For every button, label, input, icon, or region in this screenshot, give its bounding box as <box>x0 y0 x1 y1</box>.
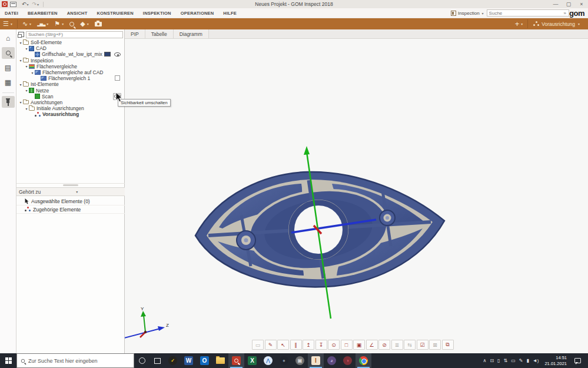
layout-select-tool[interactable]: ⧉ <box>442 340 454 350</box>
selected-elements-row[interactable]: Ausgewählte Elemente (0) <box>16 197 125 205</box>
taskbar-search[interactable]: Zur Suche Text hier eingeben <box>16 353 134 368</box>
alignment-selector[interactable]: Vorausrichtung ▾ <box>530 21 583 27</box>
tree-item[interactable]: ▾Initiale Ausrichtungen <box>16 105 125 111</box>
3d-viewport[interactable]: Y Z ▭✎↖∥↥↧⊙□▣∠⊘≣⇆☑⊠⧉ <box>125 39 588 353</box>
tree-item[interactable]: Griffschale_wt_low_ipt_mix <box>16 51 125 57</box>
element-label-tool[interactable]: ▭ <box>252 340 264 350</box>
expander-icon[interactable]: ▾ <box>18 58 23 62</box>
tree-item[interactable]: ▾CAD <box>16 45 125 51</box>
visibility-checkbox[interactable] <box>115 75 120 81</box>
table-grid-rail-button[interactable]: ▦ <box>2 77 15 88</box>
tray-language-icon[interactable]: ▮ <box>524 358 530 363</box>
menu-operationen[interactable]: OPERATIONEN <box>176 8 219 18</box>
global-search-input[interactable] <box>487 9 569 16</box>
tray-volume-icon[interactable]: ◄) <box>531 358 541 363</box>
menu-hilfe[interactable]: HILFE <box>218 8 241 18</box>
report-rail-button[interactable]: ▤ <box>2 62 15 74</box>
histogram-tool-button[interactable]: ▂▅▃▾ <box>34 18 51 29</box>
restore-button[interactable]: ▢ <box>562 1 575 7</box>
close-button[interactable]: × <box>575 1 588 7</box>
expander-icon[interactable]: ▾ <box>24 64 29 68</box>
menu-inspektion[interactable]: INSPEKTION <box>138 8 176 18</box>
taskbar-app-sphere-dark-app[interactable]: ● <box>276 353 292 368</box>
taskbar-app-norton-app[interactable]: ✓ <box>165 353 181 368</box>
tray-onedrive-icon[interactable]: ⊡ <box>488 358 496 363</box>
zoom-tool-button[interactable] <box>67 18 77 29</box>
add-element-button[interactable]: +▾ <box>512 18 526 29</box>
select-arrow-tool[interactable]: ↖ <box>277 340 289 350</box>
tree-search-input[interactable] <box>26 31 123 38</box>
redo-button[interactable]: ↷▾ <box>31 1 41 7</box>
symmetry-selection-tool[interactable]: ∥ <box>290 340 302 350</box>
menu-ansicht[interactable]: ANSICHT <box>62 8 92 18</box>
tray-display-icon[interactable]: ▭ <box>509 358 517 363</box>
related-elements-row[interactable]: Zugehörige Elemente <box>16 205 125 214</box>
panel-splitter[interactable] <box>16 183 125 187</box>
explorer-layout-icon[interactable] <box>18 32 24 37</box>
window-layout-icon[interactable] <box>10 2 16 7</box>
tree-item[interactable]: ▾Flächenvergleiche <box>16 64 125 69</box>
expander-icon[interactable]: ▾ <box>18 100 23 104</box>
workspace-selector[interactable]: Inspection ▾ <box>451 11 483 16</box>
expander-icon[interactable]: ▾ <box>24 47 29 51</box>
redo-caret-icon[interactable]: ▾ <box>37 3 39 6</box>
taskbar-app-cad-bird-app[interactable]: ⋀ <box>260 353 276 368</box>
expander-icon[interactable]: ▾ <box>18 41 23 45</box>
tab-diagramm[interactable]: Diagramm <box>174 29 209 38</box>
tree-item[interactable]: ▾Inspektion <box>16 58 125 64</box>
add-element-caret-icon[interactable]: ▾ <box>521 22 523 26</box>
taskbar-app-sphere-red-app[interactable]: ◑ <box>340 353 356 368</box>
expander-icon[interactable]: ▾ <box>24 88 29 92</box>
tree-item[interactable]: ▾Ist-Elemente <box>16 81 125 87</box>
draw-selection-tool[interactable]: ✎ <box>265 340 277 350</box>
tree-item[interactable]: Flächenvergleich 1 <box>16 75 125 81</box>
taskbar-app-excel[interactable]: X <box>244 353 260 368</box>
menu-datei[interactable]: DATEI <box>0 8 23 18</box>
main-menu-button[interactable]: ☰▾ <box>0 18 15 29</box>
tab-pip[interactable]: PIP <box>125 29 145 38</box>
taskbar-app-outlook[interactable]: O <box>197 353 212 368</box>
pin-rail-button[interactable] <box>2 96 15 108</box>
menu-bearbeiten[interactable]: BEARBEITEN <box>23 8 62 18</box>
snapshot-tool-button[interactable] <box>92 18 105 29</box>
home-rail-button[interactable]: ⌂ <box>2 32 15 44</box>
clip-plane-down-tool[interactable]: ↧ <box>315 340 327 350</box>
tray-expand-icon[interactable]: ∧ <box>481 358 489 363</box>
rect-select-tool[interactable]: □ <box>341 340 353 350</box>
label-flag-tool-button[interactable]: ⚑▾ <box>51 18 67 29</box>
tree-item[interactable]: ▾Soll-Elemente <box>16 39 125 45</box>
search-rail-button[interactable] <box>2 47 15 59</box>
action-center-button[interactable] <box>571 358 584 363</box>
taskbar-app-word[interactable]: W <box>181 353 197 368</box>
belongs-to-dropdown[interactable]: Gehört zu▾ <box>16 187 125 196</box>
menu-konstruieren[interactable]: KONSTRUIEREN <box>92 8 138 18</box>
minimize-button[interactable]: — <box>549 1 562 7</box>
start-button[interactable] <box>0 353 16 368</box>
list-select-tool[interactable]: ≣ <box>391 340 403 350</box>
tray-pen-icon[interactable]: ✎ <box>517 358 525 363</box>
tree-item[interactable]: ▾Flächenvergleiche auf CAD <box>16 69 125 75</box>
taskbar-app-file-explorer[interactable] <box>212 353 228 368</box>
tray-usb-icon[interactable]: ⇅ <box>501 358 509 363</box>
tab-tabelle[interactable]: Tabelle <box>145 29 174 38</box>
checked-select-tool[interactable]: ☑ <box>417 340 428 350</box>
undo-button[interactable]: ↶▾ <box>20 1 31 7</box>
tree-item[interactable]: Vorausrichtung <box>16 111 125 117</box>
taskbar-app-chrome[interactable] <box>356 353 371 368</box>
lasso-select-tool[interactable]: ⊘ <box>378 340 390 350</box>
expander-icon[interactable]: ▾ <box>30 71 35 75</box>
tree-item[interactable]: ▾Ausrichtungen <box>16 100 125 105</box>
taskbar-app-sphere-purple-app[interactable]: ◕ <box>324 353 340 368</box>
rect-handles-tool[interactable]: ▣ <box>353 340 365 350</box>
deviation-tool-button[interactable]: ◆▾ <box>77 18 91 29</box>
taskbar-app-printer-3d-app[interactable]: ▣ <box>292 353 308 368</box>
swap-select-tool[interactable]: ⇆ <box>404 340 416 350</box>
tree-item[interactable]: ▾Netze <box>16 88 125 94</box>
box-select-tool[interactable]: ⊠ <box>429 340 441 350</box>
task-view-button[interactable] <box>150 353 165 368</box>
expander-icon[interactable]: ▾ <box>24 107 29 111</box>
taskbar-app-gom-inspect[interactable] <box>228 353 244 368</box>
clip-plane-up-tool[interactable]: ↥ <box>303 340 314 350</box>
expander-icon[interactable]: ▾ <box>18 82 23 87</box>
taskbar-app-inventor[interactable]: I <box>308 353 324 368</box>
